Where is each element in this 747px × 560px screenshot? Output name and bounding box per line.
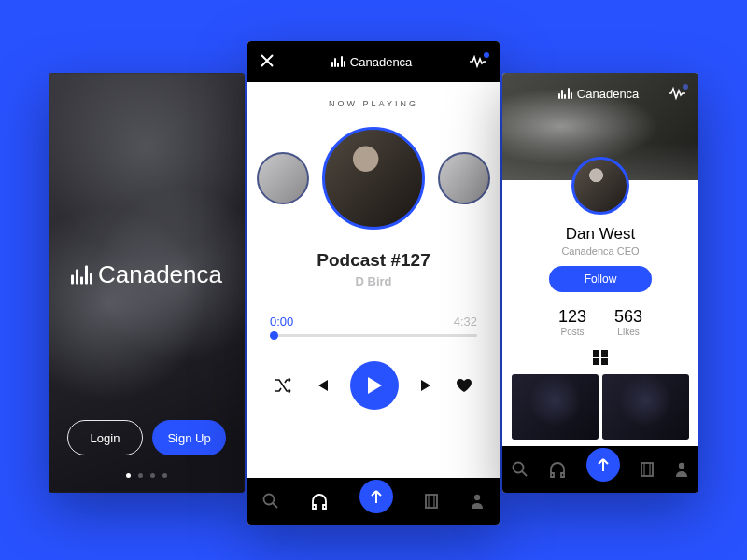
grid-view-icon[interactable]: [593, 350, 608, 365]
login-button[interactable]: Login: [67, 420, 143, 455]
likes-count: 563: [614, 307, 642, 327]
previous-icon[interactable]: [315, 378, 330, 393]
profile-stats: 123 Posts 563 Likes: [502, 307, 698, 337]
nav-profile[interactable]: [470, 493, 485, 510]
seek-slider[interactable]: [270, 334, 477, 337]
activity-icon[interactable]: [470, 55, 486, 68]
splash-actions: Login Sign Up: [49, 420, 245, 455]
page-indicator[interactable]: [49, 473, 245, 478]
current-track-art[interactable]: [322, 127, 425, 230]
nav-search[interactable]: [512, 461, 529, 478]
brand-name: Canadenca: [98, 260, 222, 289]
activity-icon[interactable]: [669, 87, 685, 100]
stat-likes[interactable]: 563 Likes: [614, 307, 642, 337]
next-track-art[interactable]: [438, 152, 490, 204]
close-icon[interactable]: [261, 52, 274, 72]
brand-logo: Canadenca: [49, 260, 245, 289]
artwork-carousel[interactable]: [247, 127, 500, 230]
svg-point-2: [473, 495, 479, 500]
bottom-nav: [502, 446, 698, 493]
notification-badge: [683, 84, 688, 90]
waveform-icon: [558, 88, 572, 99]
svg-point-5: [678, 463, 684, 469]
posts-label: Posts: [558, 327, 586, 337]
nav-library[interactable]: [640, 461, 655, 478]
brand-header: Canadenca: [331, 55, 413, 69]
profile-name: Dan West: [502, 225, 698, 244]
upload-arrow-icon: [370, 489, 383, 504]
seek-knob[interactable]: [270, 331, 278, 340]
nav-search[interactable]: [262, 493, 279, 510]
bottom-nav: [247, 478, 500, 525]
post-grid: [502, 365, 698, 440]
follow-button[interactable]: Follow: [549, 266, 652, 292]
svg-point-0: [264, 495, 275, 505]
duration: 4:32: [454, 315, 477, 329]
play-button[interactable]: [350, 361, 399, 410]
prev-track-art[interactable]: [257, 152, 309, 204]
waveform-icon: [331, 56, 345, 67]
nav-library[interactable]: [424, 493, 439, 510]
time-labels: 0:00 4:32: [270, 315, 477, 329]
current-time: 0:00: [270, 315, 293, 329]
profile-screen: Canadenca Dan West Canadenca CEO Follow …: [502, 73, 698, 493]
nav-upload[interactable]: [586, 448, 620, 482]
signup-button[interactable]: Sign Up: [152, 420, 226, 455]
heart-icon[interactable]: [456, 378, 472, 393]
upload-arrow-icon: [597, 457, 610, 472]
play-icon: [366, 376, 383, 395]
topbar: Canadenca: [247, 41, 500, 82]
avatar[interactable]: [571, 157, 629, 215]
player-screen: Canadenca NOW PLAYING Podcast #127 D Bir…: [247, 41, 500, 525]
now-playing-label: NOW PLAYING: [247, 99, 500, 108]
posts-count: 123: [558, 307, 586, 327]
nav-listen[interactable]: [310, 492, 329, 511]
brand-name: Canadenca: [577, 87, 640, 101]
profile-role: Canadenca CEO: [502, 245, 698, 257]
waveform-icon: [71, 265, 92, 284]
svg-rect-4: [641, 463, 653, 476]
likes-label: Likes: [614, 327, 642, 337]
brand-name: Canadenca: [350, 55, 413, 69]
svg-rect-1: [426, 495, 437, 508]
player-controls: [247, 361, 500, 410]
next-icon[interactable]: [419, 378, 434, 393]
post-thumbnail[interactable]: [512, 374, 599, 440]
post-thumbnail[interactable]: [602, 374, 689, 440]
nav-upload[interactable]: [359, 480, 393, 513]
nav-listen[interactable]: [548, 460, 567, 479]
stat-posts[interactable]: 123 Posts: [558, 307, 586, 337]
brand-header: Canadenca: [558, 87, 640, 101]
splash-screen: Canadenca Login Sign Up: [49, 73, 245, 493]
track-title: Podcast #127: [247, 250, 500, 271]
track-artist: D Bird: [247, 274, 500, 288]
progress-section: 0:00 4:32: [270, 315, 477, 337]
nav-profile[interactable]: [674, 461, 689, 478]
view-toggle: [502, 350, 698, 365]
notification-badge: [484, 52, 489, 58]
svg-point-3: [514, 463, 524, 473]
topbar: Canadenca: [502, 73, 698, 114]
shuffle-icon[interactable]: [275, 377, 293, 394]
